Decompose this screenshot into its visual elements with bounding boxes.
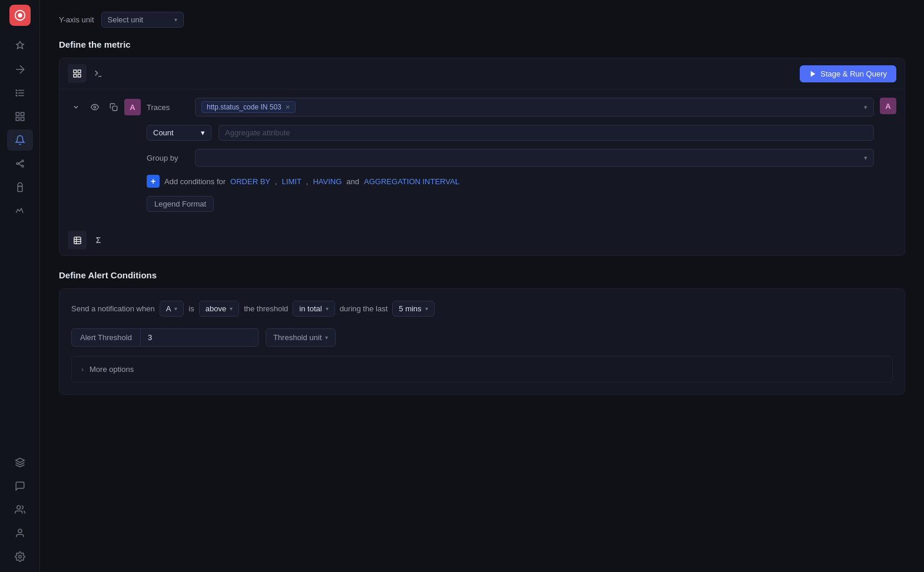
metric-bottom-toolbar: Σ	[59, 225, 905, 255]
above-select[interactable]: above ▾	[199, 301, 239, 317]
svg-rect-9	[21, 112, 24, 115]
traces-filter-select[interactable]: http.status_code IN 503 ✕ ▾	[195, 98, 874, 117]
query-eye-btn[interactable]	[87, 99, 103, 115]
sidebar-item-settings[interactable]	[7, 546, 33, 567]
table-view-btn[interactable]	[68, 231, 87, 250]
add-condition-btn[interactable]: +	[147, 175, 160, 188]
svg-line-15	[18, 161, 22, 164]
sidebar-item-profile[interactable]	[7, 523, 33, 544]
legend-format-row: Legend Format	[147, 196, 874, 212]
sigma-btn[interactable]: Σ	[89, 231, 108, 250]
order-by-link[interactable]: ORDER BY	[230, 177, 270, 186]
count-select[interactable]: Count ▾	[147, 125, 211, 141]
yaxis-unit-chevron-icon: ▾	[174, 16, 177, 23]
svg-point-1	[18, 13, 22, 17]
svg-point-12	[16, 163, 18, 165]
sidebar-item-users[interactable]	[7, 499, 33, 520]
groupby-chevron-icon: ▾	[864, 154, 867, 162]
svg-point-7	[16, 95, 17, 97]
app-logo[interactable]	[9, 5, 31, 26]
svg-marker-18	[15, 458, 24, 463]
svg-point-21	[18, 556, 21, 558]
terminal-icon-btn[interactable]	[89, 64, 108, 83]
yaxis-label: Y-axis unit	[59, 15, 94, 24]
yaxis-unit-select[interactable]: Select unit ▾	[101, 12, 184, 28]
trace-filter-tag: http.status_code IN 503 ✕	[201, 101, 296, 113]
alert-conditions-card: Send a notification when A ▾ is above ▾ …	[59, 288, 905, 395]
svg-rect-25	[78, 74, 81, 77]
svg-point-20	[18, 529, 22, 533]
sidebar-item-explore[interactable]	[7, 59, 33, 80]
sidebar-item-layers[interactable]	[7, 452, 33, 473]
sidebar-item-debug[interactable]	[7, 177, 33, 198]
threshold-row: Alert Threshold Threshold unit ▾	[59, 328, 905, 356]
query-copy-btn[interactable]	[105, 99, 122, 115]
define-metric-title: Define the metric	[59, 39, 905, 49]
svg-rect-17	[18, 187, 22, 192]
sidebar-item-alerts[interactable]	[7, 129, 33, 151]
more-options-row[interactable]: › More options	[71, 356, 893, 383]
svg-rect-24	[74, 74, 77, 77]
traces-field-row: Traces http.status_code IN 503 ✕ ▾	[147, 98, 874, 117]
agg-interval-link[interactable]: AGGREGATION INTERVAL	[364, 177, 459, 186]
limit-link[interactable]: LIMIT	[282, 177, 302, 186]
svg-rect-8	[16, 112, 19, 115]
svg-point-19	[16, 506, 20, 509]
above-chevron-icon: ▾	[230, 305, 233, 312]
yaxis-row: Y-axis unit Select unit ▾	[59, 12, 905, 28]
more-options-chevron-icon: ›	[81, 365, 84, 374]
sidebar-item-pipeline[interactable]	[7, 153, 33, 174]
threshold-unit-chevron-icon: ▾	[325, 334, 328, 341]
sidebar-item-rocket[interactable]	[7, 35, 33, 56]
trace-filter-chevron-icon: ▾	[864, 104, 867, 111]
conditions-row: + Add conditions for ORDER BY, LIMIT, HA…	[147, 175, 874, 188]
threshold-input-group: Alert Threshold	[71, 328, 259, 347]
svg-point-5	[16, 90, 17, 91]
sidebar	[0, 0, 40, 572]
svg-point-6	[16, 92, 17, 94]
svg-marker-27	[811, 71, 816, 77]
sidebar-item-routes[interactable]	[7, 200, 33, 221]
metric-toolbar: Stage & Run Query	[59, 58, 905, 89]
threshold-unit-select[interactable]: Threshold unit ▾	[266, 328, 336, 347]
filter-close-icon[interactable]: ✕	[285, 104, 290, 111]
alert-threshold-input[interactable]	[141, 328, 259, 347]
duration-select[interactable]: 5 mins ▾	[392, 301, 434, 317]
having-link[interactable]: HAVING	[313, 177, 342, 186]
svg-point-13	[22, 160, 24, 162]
svg-rect-10	[16, 118, 19, 121]
svg-point-28	[94, 106, 96, 108]
groupby-field-row: Group by ▾	[147, 149, 874, 167]
svg-line-16	[18, 164, 22, 166]
duration-chevron-icon: ▾	[425, 305, 428, 312]
in-total-chevron-icon: ▾	[326, 305, 329, 312]
legend-format-btn[interactable]: Legend Format	[147, 196, 214, 212]
svg-point-14	[22, 165, 24, 167]
in-total-select[interactable]: in total ▾	[293, 301, 335, 317]
groupby-select[interactable]: ▾	[195, 149, 874, 167]
define-alert-conditions-title: Define Alert Conditions	[59, 270, 905, 280]
traces-label: Traces	[147, 103, 188, 112]
stage-run-button[interactable]: Stage & Run Query	[800, 65, 896, 82]
count-field-row: Count ▾	[147, 125, 874, 141]
svg-rect-22	[74, 70, 77, 73]
main-content: Y-axis unit Select unit ▾ Define the met…	[40, 0, 924, 572]
alert-threshold-label: Alert Threshold	[71, 328, 141, 347]
query-label-badge[interactable]: A	[124, 99, 141, 115]
groupby-label: Group by	[147, 154, 188, 162]
grid-icon-btn[interactable]	[68, 64, 87, 83]
query-right-badge: A	[880, 98, 896, 114]
sidebar-item-grid[interactable]	[7, 106, 33, 127]
svg-rect-30	[74, 237, 80, 243]
define-metric-card: Stage & Run Query	[59, 58, 905, 256]
sidebar-item-messages[interactable]	[7, 475, 33, 497]
sidebar-item-list[interactable]	[7, 82, 33, 104]
notification-row: Send a notification when A ▾ is above ▾ …	[59, 289, 905, 328]
toolbar-left	[68, 64, 108, 83]
aggregate-attribute-input[interactable]	[218, 125, 874, 141]
svg-rect-11	[21, 118, 24, 121]
query-collapse-btn[interactable]	[68, 99, 84, 115]
when-value-select[interactable]: A ▾	[160, 301, 184, 317]
svg-rect-29	[112, 106, 117, 111]
count-chevron-icon: ▾	[201, 128, 205, 137]
